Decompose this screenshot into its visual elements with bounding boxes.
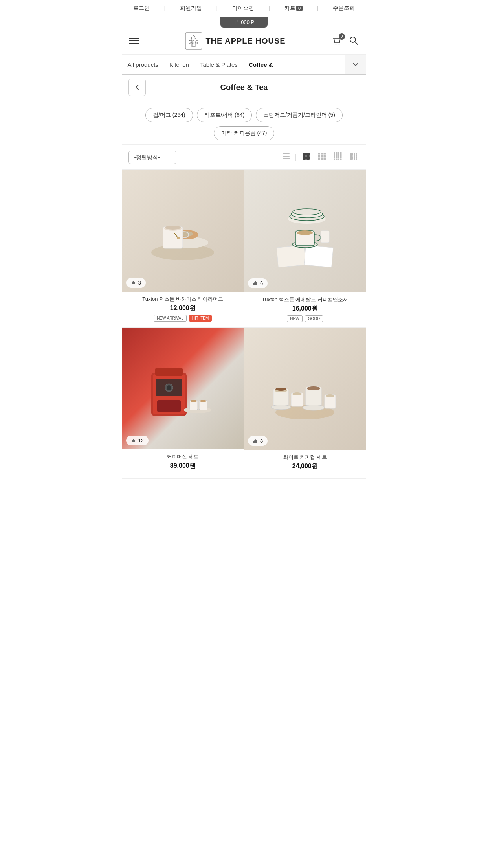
search-icon	[348, 35, 359, 46]
svg-rect-33	[338, 156, 339, 158]
svg-rect-46	[354, 158, 355, 160]
svg-rect-34	[340, 156, 341, 158]
product-scene-1	[122, 170, 244, 292]
svg-point-66	[297, 230, 313, 235]
hamburger-line-3	[129, 43, 139, 44]
like-count-2: 6	[260, 280, 263, 286]
svg-rect-25	[338, 152, 339, 154]
hamburger-menu[interactable]	[129, 38, 139, 44]
svg-point-83	[275, 388, 286, 391]
svg-text:HOUSE: HOUSE	[189, 42, 199, 44]
category-nav-items: All products Kitchen Table & Plates Coff…	[122, 55, 345, 74]
view-grid2-button[interactable]	[299, 150, 313, 164]
cart-label: 카트	[284, 5, 295, 12]
product-name-3: 커피머신 세트	[127, 453, 239, 460]
category-coffee[interactable]: Coffee &	[243, 55, 279, 74]
thumbs-up-icon-4	[253, 438, 258, 444]
svg-rect-15	[321, 153, 323, 155]
product-name-4: 화이트 커피컵 세트	[249, 454, 361, 461]
product-grid: 3 Tuxton 턱스톤 바하마스 티아라머그 12,000원 NEW ARRI…	[122, 170, 366, 479]
cart-count-badge: 0	[296, 6, 303, 11]
svg-point-78	[191, 400, 197, 402]
svg-rect-43	[356, 154, 357, 156]
svg-rect-30	[340, 154, 341, 156]
like-badge-2[interactable]: 6	[248, 278, 268, 288]
like-badge-4[interactable]: 8	[248, 436, 268, 446]
svg-rect-42	[356, 153, 357, 154]
svg-rect-57	[177, 237, 180, 239]
category-more-button[interactable]	[345, 55, 366, 74]
svg-rect-67	[321, 231, 329, 243]
product-card-1[interactable]: 3 Tuxton 턱스톤 바하마스 티아라머그 12,000원 NEW ARRI…	[122, 170, 244, 328]
svg-point-4	[335, 43, 336, 44]
product-image-1: 3	[122, 170, 244, 292]
thumbs-up-icon-1	[131, 280, 136, 285]
view-grid4-button[interactable]	[331, 150, 344, 164]
filter-tag-other[interactable]: 기타 커피용품 (47)	[214, 126, 275, 140]
apple-house-logo-icon: THE APPLE HOUSE	[185, 32, 202, 50]
product-card-3[interactable]: 12 커피머신 세트 89,000원	[122, 328, 244, 479]
svg-rect-45	[354, 156, 355, 158]
search-button[interactable]	[348, 35, 359, 47]
svg-rect-14	[318, 153, 320, 155]
thumbs-up-icon-2	[253, 280, 258, 286]
svg-rect-63	[304, 245, 333, 267]
svg-rect-71	[157, 400, 181, 412]
signup-link[interactable]: 회원가입	[180, 5, 202, 12]
filter-tag-cup[interactable]: 컵/머그 (264)	[145, 108, 193, 122]
product-illustration-1	[143, 191, 222, 270]
product-info-2: Tuxton 턱스톤 에메랄드 커피컵앤소서 16,000원 NEW GOOD	[244, 292, 366, 327]
site-logo[interactable]: THE APPLE HOUSE THE APPLE HOUSE	[185, 32, 285, 50]
page-title: Coffee & Tea	[152, 83, 336, 92]
product-tag-new-arrival-1: NEW ARRIVAL	[154, 315, 187, 322]
svg-rect-26	[340, 152, 341, 154]
product-card-2[interactable]: 6 Tuxton 턱스톤 에메랄드 커피컵앤소서 16,000원 NEW GOO…	[244, 170, 366, 328]
login-link[interactable]: 로그인	[133, 5, 150, 12]
category-table-plates[interactable]: Table & Plates	[194, 55, 243, 74]
filter-tag-steam[interactable]: 스팀저그/거품기/그라인더 (5)	[256, 108, 343, 122]
sort-select[interactable]: -정렬방식- 낮은가격순 높은가격순 신상품순	[128, 151, 176, 164]
svg-rect-13	[306, 156, 310, 160]
svg-rect-70	[155, 368, 183, 376]
filter-tag-teapot[interactable]: 티포트/서버 (64)	[197, 108, 252, 122]
product-info-4: 화이트 커피컵 세트 24,000원	[244, 450, 366, 478]
svg-point-55	[165, 226, 181, 230]
svg-rect-44	[350, 156, 353, 160]
svg-rect-24	[336, 152, 337, 154]
points-notification: +1,000 P	[220, 17, 268, 28]
nav-divider-3: |	[269, 5, 270, 11]
back-button[interactable]	[128, 79, 146, 96]
svg-point-87	[307, 386, 320, 390]
svg-rect-7	[283, 153, 290, 154]
orders-link[interactable]: 주문조회	[333, 5, 355, 12]
like-badge-3[interactable]: 12	[126, 436, 149, 445]
category-all-products[interactable]: All products	[122, 55, 164, 74]
logo-text: THE APPLE HOUSE	[205, 37, 285, 46]
svg-rect-36	[336, 159, 337, 160]
grid3-view-icon	[317, 152, 326, 160]
product-illustration-2	[266, 191, 344, 270]
like-badge-1[interactable]: 3	[126, 278, 146, 288]
view-grid3-button[interactable]	[315, 150, 328, 164]
svg-rect-38	[340, 159, 341, 160]
svg-rect-29	[338, 154, 339, 156]
nav-divider-1: |	[164, 5, 166, 11]
header-cart-button[interactable]: 0	[332, 35, 343, 47]
category-kitchen[interactable]: Kitchen	[164, 55, 194, 74]
view-divider: |	[295, 153, 297, 161]
product-scene-3	[122, 328, 244, 450]
grid4-view-icon	[333, 152, 342, 160]
svg-point-61	[293, 209, 321, 215]
myshopping-link[interactable]: 마이쇼핑	[232, 5, 254, 12]
product-illustration-3	[143, 349, 222, 428]
view-mixed-button[interactable]	[347, 150, 360, 164]
svg-point-5	[338, 43, 339, 44]
svg-rect-9	[283, 158, 290, 159]
header-right: 0	[332, 35, 359, 47]
product-card-4[interactable]: 8 화이트 커피컵 세트 24,000원	[244, 328, 366, 479]
product-illustration-4	[266, 349, 344, 428]
product-scene-4	[244, 328, 366, 450]
view-list-button[interactable]	[279, 150, 293, 164]
svg-rect-17	[318, 155, 320, 158]
cart-link[interactable]: 카트 0	[284, 5, 303, 12]
